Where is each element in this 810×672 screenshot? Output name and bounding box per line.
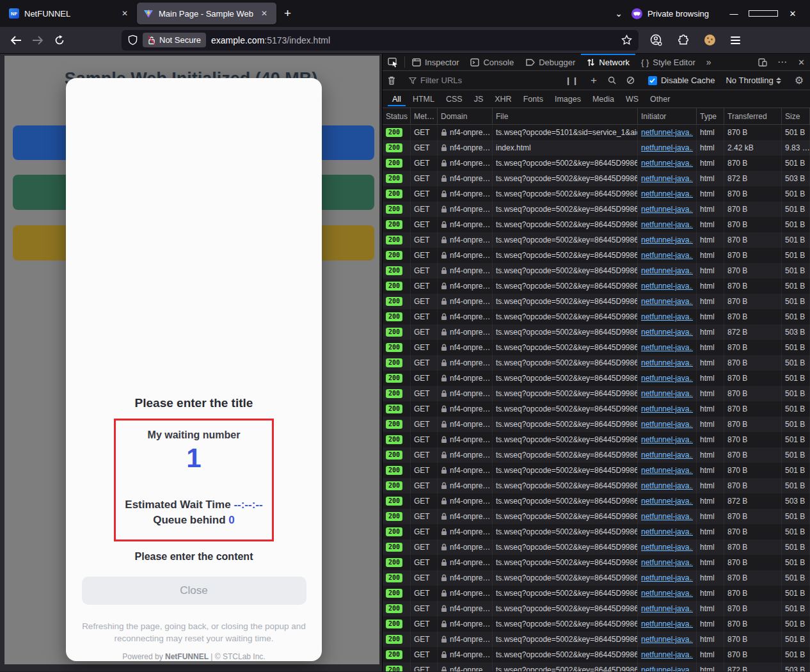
extensions-icon[interactable] xyxy=(678,35,689,46)
initiator-link[interactable]: netfunnel-java… xyxy=(641,374,693,383)
network-request-row[interactable]: 200GETnf4-onpre…ts.wseq?opcode=5002&key=… xyxy=(383,371,810,386)
network-request-row[interactable]: 200GETnf4-onpre…ts.wseq?opcode=5002&key=… xyxy=(383,202,810,217)
column-header-initiator[interactable]: Initiator xyxy=(638,108,697,124)
network-request-row[interactable]: 200GETnf4-onpre…ts.wseq?opcode=5002&key=… xyxy=(383,232,810,248)
initiator-link[interactable]: netfunnel-java… xyxy=(641,312,693,321)
url-bar[interactable]: Not Secure example.com:5173/index.html xyxy=(122,30,639,51)
initiator-link[interactable]: netfunnel-java… xyxy=(641,297,693,306)
clear-requests-trash-icon[interactable] xyxy=(383,76,401,85)
network-request-row[interactable]: 200GETnf4-onpre…ts.wseq?opcode=5002&key=… xyxy=(383,278,810,294)
initiator-link[interactable]: netfunnel-java… xyxy=(641,266,693,275)
column-header-met[interactable]: Met… xyxy=(411,108,438,124)
column-header-status[interactable]: Status xyxy=(383,108,411,124)
filter-all[interactable]: All xyxy=(388,92,406,106)
initiator-link[interactable]: netfunnel-java… xyxy=(641,604,693,613)
more-tools-chevrons-icon[interactable]: » xyxy=(701,54,717,70)
network-request-row[interactable]: 200GETnf4-onpre…ts.wseq?opcode=5002&key=… xyxy=(383,570,810,586)
filter-js[interactable]: JS xyxy=(470,92,488,106)
network-request-row[interactable]: 200GETnf4-onpre…ts.wseq?opcode=5002&key=… xyxy=(383,647,810,662)
initiator-link[interactable]: netfunnel-java… xyxy=(641,573,693,582)
initiator-link[interactable]: netfunnel-java… xyxy=(641,159,693,168)
initiator-link[interactable]: netfunnel-java… xyxy=(641,650,693,659)
network-request-row[interactable]: 200GETnf4-onpre…ts.wseq?opcode=5002&key=… xyxy=(383,417,810,432)
filter-ws[interactable]: WS xyxy=(621,92,643,106)
network-request-row[interactable]: 200GETnf4-onpre…ts.wseq?opcode=5002&key=… xyxy=(383,662,810,671)
shield-icon[interactable] xyxy=(128,35,138,45)
initiator-link[interactable]: netfunnel-java… xyxy=(641,328,693,337)
add-request-icon[interactable]: + xyxy=(585,74,603,87)
initiator-link[interactable]: netfunnel-java… xyxy=(641,174,693,183)
column-header-file[interactable]: File xyxy=(493,108,638,124)
new-tab-button[interactable]: + xyxy=(276,6,299,20)
filter-css[interactable]: CSS xyxy=(441,92,467,106)
not-secure-chip[interactable]: Not Secure xyxy=(143,33,206,47)
network-request-row[interactable]: 200GETnf4-onpre…ts.wseq?opcode=5002&key=… xyxy=(383,217,810,232)
filter-images[interactable]: Images xyxy=(550,92,585,106)
tab-close-icon[interactable]: ✕ xyxy=(119,8,131,19)
initiator-link[interactable]: netfunnel-java… xyxy=(641,481,693,490)
minimize-button[interactable]: — xyxy=(719,9,749,19)
initiator-link[interactable]: netfunnel-java… xyxy=(641,220,693,229)
network-request-row[interactable]: 200GETnf4-onpre…ts.wseq?opcode=5002&key=… xyxy=(383,355,810,371)
column-header-domain[interactable]: Domain xyxy=(438,108,493,124)
initiator-link[interactable]: netfunnel-java… xyxy=(641,620,693,628)
initiator-link[interactable]: netfunnel-java… xyxy=(641,236,693,244)
network-request-row[interactable]: 200GETnf4-onpre…ts.wseq?opcode=5002&key=… xyxy=(383,616,810,632)
network-request-row[interactable]: 200GETnf4-onpre…ts.wseq?opcode=5002&key=… xyxy=(383,478,810,493)
profile-avatar-cookie-icon[interactable] xyxy=(704,35,715,45)
account-icon[interactable] xyxy=(650,34,662,46)
forward-button[interactable] xyxy=(27,31,49,50)
list-all-tabs-chevron-icon[interactable]: ⌄ xyxy=(606,8,631,19)
filter-xhr[interactable]: XHR xyxy=(490,92,516,106)
network-settings-gear-icon[interactable]: ⚙ xyxy=(788,74,810,86)
filter-html[interactable]: HTML xyxy=(408,92,439,106)
network-request-row[interactable]: 200GETnf4-onpre…ts.wseq?opcode=5002&key=… xyxy=(383,432,810,447)
devtools-menu-icon[interactable]: ⋯ xyxy=(772,56,793,68)
initiator-link[interactable]: netfunnel-java… xyxy=(641,558,693,567)
network-request-row[interactable]: 200GETnf4-onpre…ts.wseq?opcode=5002&key=… xyxy=(383,186,810,202)
network-request-row[interactable]: 200GETnf4-onpre…ts.wseq?opcode=5002&key=… xyxy=(383,524,810,540)
devtools-close-icon[interactable]: ✕ xyxy=(793,58,810,67)
network-request-row[interactable]: 200GETnf4-onpre…ts.wseq?opcode=5002&key=… xyxy=(383,309,810,324)
devtools-tab-console[interactable]: Console xyxy=(465,54,520,70)
network-request-row[interactable]: 200GETnf4-onpre…ts.wseq?opcode=5002&key=… xyxy=(383,156,810,171)
initiator-link[interactable]: netfunnel-java… xyxy=(641,343,693,352)
network-request-row[interactable]: 200GETnf4-onpre…ts.wseq?opcode=5002&key=… xyxy=(383,171,810,186)
devtools-tab-inspector[interactable]: Inspector xyxy=(406,54,465,70)
initiator-link[interactable]: netfunnel-java… xyxy=(641,143,693,152)
network-request-row[interactable]: 200GETnf4-onpre…ts.wseq?opcode=5002&key=… xyxy=(383,509,810,524)
throttling-select[interactable]: No Throttling xyxy=(722,76,773,85)
network-request-row[interactable]: 200GETnf4-onpre…ts.wseq?opcode=5002&key=… xyxy=(383,340,810,355)
network-request-row[interactable]: 200GETnf4-onpre…ts.wseq?opcode=5002&key=… xyxy=(383,294,810,309)
network-request-row[interactable]: 200GETnf4-onpre…ts.wseq?opcode=5002&key=… xyxy=(383,601,810,616)
network-request-row[interactable]: 200GETnf4-onpre…ts.wseq?opcode=5002&key=… xyxy=(383,324,810,340)
network-request-row[interactable]: 200GETnf4-onpre…ts.wseq?opcode=5002&key=… xyxy=(383,401,810,417)
devtools-tab-debugger[interactable]: Debugger xyxy=(520,54,581,70)
initiator-link[interactable]: netfunnel-java… xyxy=(641,435,693,444)
initiator-link[interactable]: netfunnel-java… xyxy=(641,404,693,413)
initiator-link[interactable]: netfunnel-java… xyxy=(641,512,693,521)
tab-main-page[interactable]: Main Page - Sample Web ✕ xyxy=(137,3,276,24)
network-request-row[interactable]: 200GETnf4-onpre…ts.wseq?opcode=5002&key=… xyxy=(383,586,810,601)
network-request-row[interactable]: 200GETnf4-onpre…ts.wseq?opcode=5002&key=… xyxy=(383,493,810,509)
initiator-link[interactable]: netfunnel-java… xyxy=(641,527,693,536)
initiator-link[interactable]: netfunnel-java… xyxy=(641,251,693,260)
window-close-button[interactable]: ✕ xyxy=(778,9,807,19)
network-request-row[interactable]: 200GETnf4-onpre…ts.wseq?opcode=5002&key=… xyxy=(383,540,810,555)
initiator-link[interactable]: netfunnel-java… xyxy=(641,543,693,552)
devtools-tab-network[interactable]: Network xyxy=(581,54,635,70)
initiator-link[interactable]: netfunnel-java… xyxy=(641,189,693,198)
filter-urls-input[interactable]: Filter URLs xyxy=(420,76,556,85)
initiator-link[interactable]: netfunnel-java… xyxy=(641,358,693,367)
network-request-row[interactable]: 200GETnf4-onpre…ts.wseq?opcode=5002&key=… xyxy=(383,263,810,278)
initiator-link[interactable]: netfunnel-java… xyxy=(641,589,693,598)
initiator-link[interactable]: netfunnel-java… xyxy=(641,497,693,506)
network-request-row[interactable]: 200GETnf4-onpre…ts.wseq?opcode=5101&sid=… xyxy=(383,125,810,140)
pick-element-button[interactable] xyxy=(383,54,403,70)
devtools-tab-style-editor[interactable]: { } Style Editor xyxy=(635,54,701,70)
block-request-icon[interactable] xyxy=(621,76,640,84)
tab-netfunnel[interactable]: NF NetFUNNEL ✕ xyxy=(3,3,137,24)
network-request-row[interactable]: 200GETnf4-onpre…ts.wseq?opcode=5002&key=… xyxy=(383,555,810,570)
initiator-link[interactable]: netfunnel-java… xyxy=(641,128,693,137)
network-request-row[interactable]: 200GETnf4-onpre…ts.wseq?opcode=5002&key=… xyxy=(383,386,810,401)
